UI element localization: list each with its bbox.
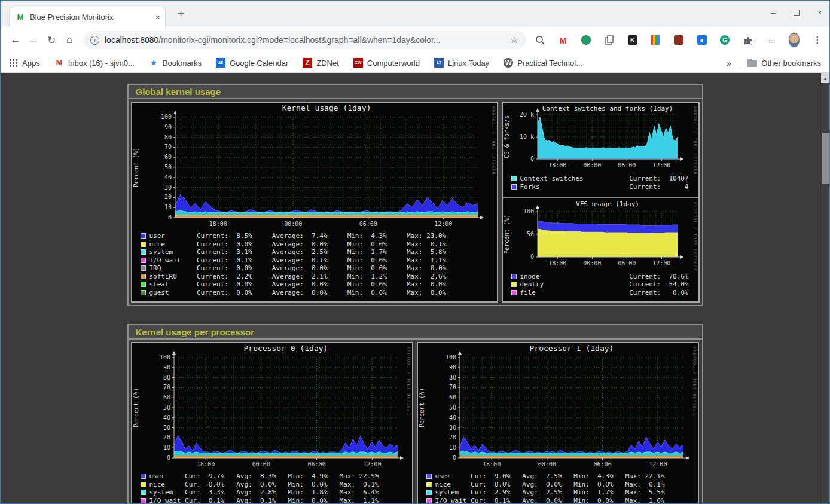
svg-text:100: 100 xyxy=(445,354,456,361)
svg-text:20: 20 xyxy=(164,194,171,200)
reload-icon[interactable]: ↻ xyxy=(42,31,60,49)
legend-swatch xyxy=(141,242,146,247)
legend-row: I/O wait Current: 0.1% Average: 0.1% Min… xyxy=(141,256,497,265)
page-info-icon[interactable]: i xyxy=(90,36,99,45)
url-input[interactable]: i localhost:8080 /monitorix-cgi/monitori… xyxy=(83,31,526,49)
legend-current-value: Current: 4 xyxy=(629,183,698,191)
other-bookmarks-label[interactable]: Other bookmarks xyxy=(761,59,821,68)
back-icon[interactable]: ← xyxy=(7,31,25,49)
zdnet-icon: Z xyxy=(303,58,312,68)
legend-text: Context switches xyxy=(520,175,584,183)
legend-swatch xyxy=(141,490,146,495)
section-title: Global kernel usage xyxy=(136,87,221,97)
svg-text:40: 40 xyxy=(164,174,171,181)
processor-0-chart: 010203040506070809010018:0000:0006:0012:… xyxy=(132,343,412,503)
bookmarks-divider xyxy=(740,57,740,68)
legend-text: user Cur: 9.7% Avg: 8.3% Min: 4.9% Max: … xyxy=(149,472,379,481)
legend-text: user Current: 8.5% Average: 7.4% Min: 4.… xyxy=(149,232,447,240)
legend-row: nice Current: 0.0% Average: 0.0% Min: 0.… xyxy=(141,240,497,249)
legend-swatch xyxy=(141,290,146,295)
svg-text:80: 80 xyxy=(164,134,171,140)
tab-close-icon[interactable]: × xyxy=(155,13,160,22)
svg-text:12:00: 12:00 xyxy=(434,221,452,227)
svg-text:70: 70 xyxy=(164,143,171,150)
svg-text:00:00: 00:00 xyxy=(583,162,601,169)
legend-swatch xyxy=(511,274,517,279)
bookmark-item[interactable]: WPractical Technol... xyxy=(504,58,582,68)
bookmark-item[interactable]: 28Google Calendar xyxy=(216,58,288,68)
bookmark-item[interactable]: ★Bookmarks xyxy=(149,58,202,68)
svg-text:00:00: 00:00 xyxy=(538,461,556,468)
bookmarks-bar: AppsMInbox (16) - sjvn0...★Bookmarks28Go… xyxy=(1,53,829,73)
bookmark-item[interactable]: Apps xyxy=(9,59,40,68)
k-extension-icon[interactable]: K xyxy=(627,34,639,46)
tab-title: Blue Precision Monitorix xyxy=(30,13,152,22)
legend-text: inode xyxy=(520,273,540,281)
svg-text:40: 40 xyxy=(163,414,170,421)
address-bar: ← → ↻ ⌂ i localhost:8080 /monitorix-cgi/… xyxy=(1,27,829,53)
close-icon[interactable]: × xyxy=(817,8,822,17)
browser-tab[interactable]: M Blue Precision Monitorix × xyxy=(9,7,166,27)
svg-text:70: 70 xyxy=(163,384,170,390)
legend-text: Forks xyxy=(520,183,540,191)
bookmark-item[interactable]: LTLinux Today xyxy=(434,58,489,68)
legend-row: ForksCurrent: 4 xyxy=(511,183,698,191)
search-icon[interactable] xyxy=(534,34,546,46)
svg-text:50: 50 xyxy=(448,404,456,411)
apps-grid-icon xyxy=(10,59,11,61)
bookmark-item[interactable]: ZZDNet xyxy=(303,58,339,68)
briefcase-extension-icon[interactable] xyxy=(673,34,685,46)
svg-text:0: 0 xyxy=(166,454,170,461)
library-extension-icon[interactable] xyxy=(649,34,661,46)
legend-text: system Cur: 2.9% Avg: 2.5% Min: 1.7% Max… xyxy=(435,488,665,497)
home-icon[interactable]: ⌂ xyxy=(60,31,78,49)
chart-legend: user Current: 8.5% Average: 7.4% Min: 4.… xyxy=(132,231,497,301)
svg-text:Percent (%): Percent (%) xyxy=(419,388,425,427)
camera-extension-icon[interactable]: ● xyxy=(696,34,708,46)
section-kernel-per-processor: Kernel usage per processor 0102030405060… xyxy=(127,324,703,503)
new-tab-button[interactable]: + xyxy=(178,7,184,20)
legend-row: system Cur: 2.9% Avg: 2.5% Min: 1.7% Max… xyxy=(426,488,698,497)
grammarly-extension-icon[interactable]: G xyxy=(719,34,731,46)
session-extension-icon[interactable] xyxy=(580,34,592,46)
k-extension-icon-badge: K xyxy=(628,35,637,45)
reading-list-icon[interactable]: ≡ xyxy=(765,34,777,46)
svg-text:30: 30 xyxy=(448,424,456,431)
section-body: 010203040506070809010018:0000:0006:0012:… xyxy=(129,340,702,503)
window-controls: – × xyxy=(771,8,822,17)
chart-legend: inodeCurrent: 70.6%dentryCurrent: 54.0%f… xyxy=(503,271,698,302)
legend-row: nice Cur: 0.0% Avg: 0.0% Min: 0.0% Max: … xyxy=(426,481,698,489)
processor-0-plot: 010203040506070809010018:0000:0006:0012:… xyxy=(132,343,412,469)
svg-text:06:00: 06:00 xyxy=(618,260,636,267)
legend-swatch xyxy=(426,474,432,479)
minimize-icon[interactable]: – xyxy=(771,8,776,17)
svg-text:0: 0 xyxy=(530,155,533,162)
legend-row: system Current: 3.1% Average: 2.5% Min: … xyxy=(141,248,497,256)
gmail-extension-icon[interactable]: M xyxy=(557,34,569,46)
svg-text:Processor 1 (1day): Processor 1 (1day) xyxy=(529,344,614,353)
maximize-icon[interactable] xyxy=(794,10,800,16)
legend-swatch xyxy=(426,490,432,495)
star-icon: ★ xyxy=(149,58,158,68)
bookmarks-overflow-icon[interactable]: » xyxy=(727,58,731,68)
legend-swatch xyxy=(141,498,146,503)
browser-menu-icon[interactable]: ⋮ xyxy=(811,34,823,46)
bookmark-label: Linux Today xyxy=(448,59,489,68)
bookmarks-right: » Other bookmarks xyxy=(727,57,821,68)
url-path: /monitorix-cgi/monitorix.cgi?mode=localh… xyxy=(158,35,505,45)
bookmark-item[interactable]: MInbox (16) - sjvn0... xyxy=(54,58,135,68)
legend-swatch xyxy=(141,474,146,479)
scrollbar-thumb[interactable] xyxy=(822,133,829,184)
extensions-puzzle-icon[interactable] xyxy=(742,34,754,46)
page-scrollbar[interactable]: ▲ xyxy=(820,73,829,503)
svg-text:Kernel usage (1day): Kernel usage (1day) xyxy=(282,103,371,112)
scroll-up-icon[interactable]: ▲ xyxy=(821,73,829,83)
camera-extension-icon-badge: ● xyxy=(697,35,707,45)
processor-1-frame: 010203040506070809010018:0000:0006:0012:… xyxy=(417,342,699,503)
bookmark-star-icon[interactable]: ☆ xyxy=(511,35,518,45)
profile-avatar[interactable] xyxy=(788,34,800,46)
bookmark-item[interactable]: CWComputerworld xyxy=(353,58,420,68)
copy-extension-icon[interactable] xyxy=(603,34,615,46)
bookmark-label: Computerworld xyxy=(367,59,420,68)
bookmark-label: ZDNet xyxy=(316,59,339,68)
